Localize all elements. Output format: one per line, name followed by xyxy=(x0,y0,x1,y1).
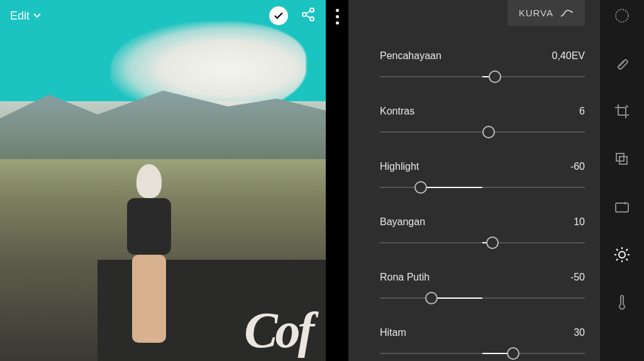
slider-knob[interactable] xyxy=(486,236,499,249)
presets-tool-button[interactable] xyxy=(613,150,631,169)
temperature-tool-button[interactable] xyxy=(613,293,631,312)
confirm-button[interactable] xyxy=(269,6,288,25)
slider-label: Bayangan xyxy=(380,216,425,228)
radial-filter-tool-button[interactable] xyxy=(613,6,631,25)
svg-point-2 xyxy=(310,17,314,21)
healing-icon xyxy=(614,55,630,72)
slider-track[interactable] xyxy=(380,347,585,360)
curve-tab-button[interactable]: KURVA xyxy=(508,0,585,26)
auto-tool-button[interactable] xyxy=(613,197,631,216)
chevron-down-icon xyxy=(33,13,41,18)
svg-point-1 xyxy=(303,13,306,16)
svg-line-3 xyxy=(306,11,311,14)
share-icon xyxy=(301,7,316,22)
radial-filter-icon xyxy=(614,8,630,24)
svg-point-11 xyxy=(619,252,625,258)
slider-label: Pencahayaan xyxy=(380,50,441,62)
tool-rail xyxy=(600,0,644,361)
slider-knob[interactable] xyxy=(489,70,501,83)
slider-rona-putih: Rona Putih-50 xyxy=(380,272,585,304)
slider-knob[interactable] xyxy=(482,126,495,138)
svg-point-5 xyxy=(616,9,628,22)
preview-top-bar: Edit xyxy=(0,0,326,31)
slider-value: 0,40EV xyxy=(552,50,585,62)
share-button[interactable] xyxy=(301,7,316,25)
slider-value: 6 xyxy=(579,106,585,117)
curve-icon xyxy=(560,9,574,18)
slider-track[interactable] xyxy=(380,70,585,83)
slider-label: Hitam xyxy=(380,327,406,338)
slider-kontras: Kontras6 xyxy=(380,106,585,138)
slider-hitam: Hitam30 xyxy=(380,327,585,360)
light-tool-button[interactable] xyxy=(613,245,631,264)
temperature-icon xyxy=(614,294,630,311)
svg-line-19 xyxy=(626,249,628,251)
slider-track[interactable] xyxy=(380,181,585,194)
crop-icon xyxy=(614,103,630,119)
light-icon xyxy=(614,247,630,263)
slider-label: Rona Putih xyxy=(380,272,430,283)
more-options-button[interactable] xyxy=(336,9,339,361)
person xyxy=(124,164,174,347)
healing-tool-button[interactable] xyxy=(613,54,631,73)
controls-pane: KURVA Pencahayaan0,40EVKontras6Highlight… xyxy=(348,0,600,361)
graffiti-text: Cof xyxy=(244,302,312,359)
slider-track[interactable] xyxy=(380,292,585,304)
slider-value: -50 xyxy=(570,272,585,283)
slider-label: Kontras xyxy=(380,106,414,117)
slider-label: Highlight xyxy=(380,161,419,172)
slider-value: -60 xyxy=(570,161,585,172)
slider-track[interactable] xyxy=(380,236,585,249)
svg-line-18 xyxy=(616,259,618,261)
svg-point-0 xyxy=(310,8,314,12)
slider-knob[interactable] xyxy=(414,181,427,194)
svg-line-16 xyxy=(616,249,618,251)
slider-track[interactable] xyxy=(380,126,585,138)
check-icon xyxy=(273,10,284,21)
svg-rect-10 xyxy=(616,203,628,212)
slider-highlight: Highlight-60 xyxy=(380,161,585,194)
svg-rect-6 xyxy=(618,59,628,70)
presets-icon xyxy=(614,151,630,167)
svg-line-4 xyxy=(306,16,311,18)
slider-knob[interactable] xyxy=(425,292,438,304)
mountains xyxy=(0,87,326,166)
photo-preview[interactable]: Cof Edit xyxy=(0,0,326,361)
auto-icon xyxy=(614,199,630,215)
gap-strip xyxy=(326,0,348,361)
crop-tool-button[interactable] xyxy=(613,102,631,121)
slider-knob[interactable] xyxy=(507,347,519,360)
edit-menu-label: Edit xyxy=(10,9,30,23)
curve-tab-label: KURVA xyxy=(519,8,553,18)
slider-value: 10 xyxy=(574,216,585,228)
edit-menu-button[interactable]: Edit xyxy=(10,9,41,23)
svg-line-17 xyxy=(626,259,628,261)
slider-bayangan: Bayangan10 xyxy=(380,216,585,249)
slider-value: 30 xyxy=(574,327,585,338)
slider-pencahayaan: Pencahayaan0,40EV xyxy=(380,50,585,83)
